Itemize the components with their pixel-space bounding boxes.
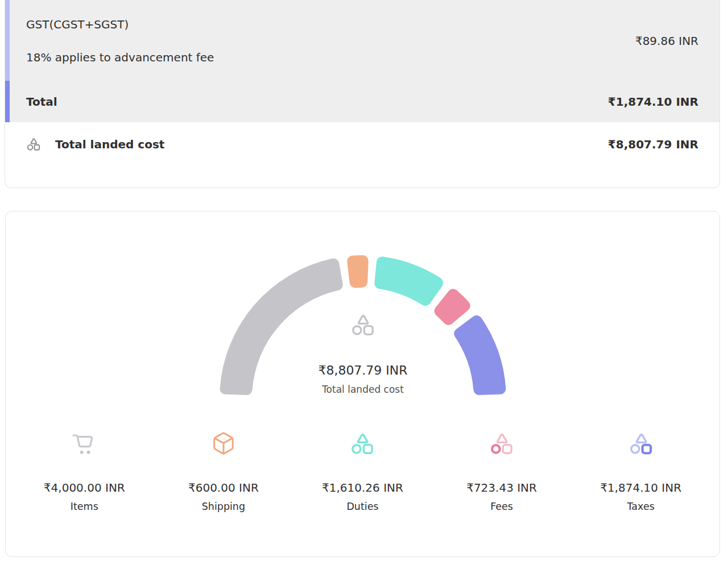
cart-icon — [15, 430, 154, 458]
landed-cost-page: GST(CGST+SGST) 18% applies to advancemen… — [0, 0, 728, 565]
landed-cost-chart-card: ₹8,807.79 INR Total landed cost — [5, 211, 720, 557]
gst-row-text: GST(CGST+SGST) 18% applies to advancemen… — [26, 18, 214, 64]
landed-cost-label: Total landed cost — [55, 138, 164, 151]
total-row: Total ₹1,874.10 INR — [5, 81, 719, 122]
gauge-center: ₹8,807.79 INR Total landed cost — [278, 313, 448, 395]
gauge-segment-taxes — [454, 315, 506, 395]
cost-summary-card: GST(CGST+SGST) 18% applies to advancemen… — [5, 0, 720, 188]
legend-item-fees: ₹723.43 INR Fees — [432, 430, 572, 513]
legend-amount: ₹1,610.26 INR — [293, 481, 432, 495]
legend-label: Items — [15, 501, 154, 513]
shapes-icon — [571, 430, 710, 458]
legend-item-duties: ₹1,610.26 INR Duties — [293, 430, 432, 513]
landed-cost-amount: ₹8,807.79 INR — [608, 138, 698, 151]
legend-label: Shipping — [154, 501, 293, 513]
gst-row: GST(CGST+SGST) 18% applies to advancemen… — [5, 0, 719, 81]
shapes-icon — [26, 137, 41, 152]
chart-legend: ₹4,000.00 INR Items ₹600.00 INR Shipping — [15, 430, 710, 513]
legend-item-taxes: ₹1,874.10 INR Taxes — [571, 430, 710, 513]
legend-item-shipping: ₹600.00 INR Shipping — [154, 430, 293, 513]
shapes-icon — [350, 329, 375, 339]
legend-amount: ₹4,000.00 INR — [15, 481, 154, 495]
gst-note: 18% applies to advancement fee — [26, 51, 214, 64]
total-label: Total — [26, 95, 57, 109]
legend-amount: ₹1,874.10 INR — [571, 481, 710, 495]
gauge-center-label: Total landed cost — [278, 384, 448, 395]
total-row-accent-strip — [5, 81, 10, 122]
gst-amount: ₹89.86 INR — [635, 34, 698, 48]
gst-row-accent-strip — [5, 0, 10, 81]
gauge-segment-shipping — [347, 255, 368, 288]
gauge-segment-duties — [374, 256, 443, 306]
total-amount: ₹1,874.10 INR — [608, 95, 698, 109]
gauge-center-value: ₹8,807.79 INR — [278, 363, 448, 378]
legend-label: Fees — [432, 501, 572, 513]
legend-amount: ₹723.43 INR — [432, 481, 572, 495]
legend-label: Duties — [293, 501, 432, 513]
shapes-icon — [293, 430, 432, 458]
package-icon — [154, 430, 293, 458]
legend-amount: ₹600.00 INR — [154, 481, 293, 495]
shapes-icon — [432, 430, 572, 458]
legend-item-items: ₹4,000.00 INR Items — [15, 430, 154, 513]
gst-label: GST(CGST+SGST) — [26, 18, 214, 31]
legend-label: Taxes — [571, 501, 710, 513]
total-landed-cost-row: Total landed cost ₹8,807.79 INR — [5, 122, 719, 152]
tax-breakdown-section: GST(CGST+SGST) 18% applies to advancemen… — [5, 0, 719, 122]
